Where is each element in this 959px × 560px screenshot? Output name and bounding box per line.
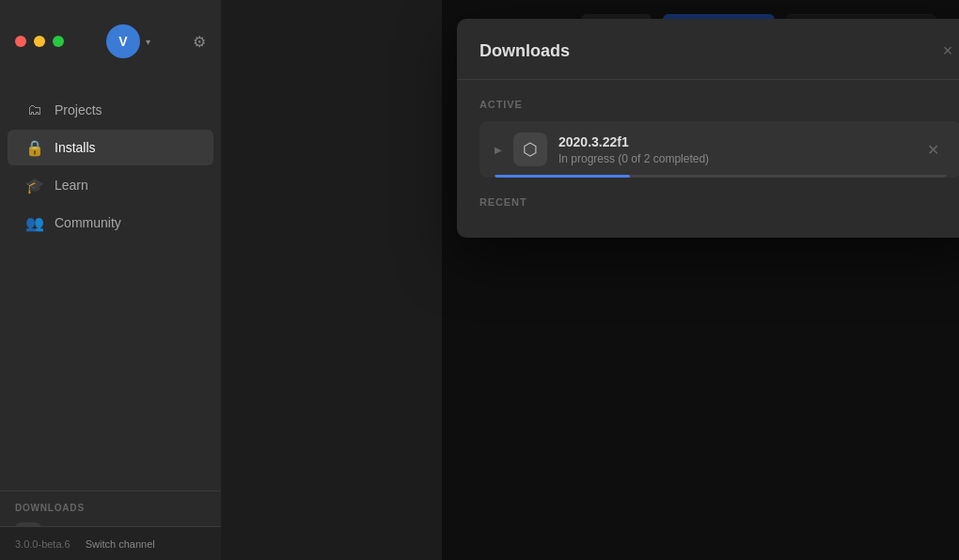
- active-download-progress-bar: [495, 175, 946, 178]
- modal-close-button[interactable]: ×: [935, 38, 959, 64]
- sidebar-item-label-projects: Projects: [55, 102, 102, 117]
- account-dropdown-arrow: ▾: [146, 37, 150, 47]
- sidebar-item-community[interactable]: 👥 Community: [8, 205, 213, 241]
- sidebar: V ▾ ⚙ 🗂 Projects 🔒 Installs 🎓 Learn 👥 Co…: [0, 0, 221, 560]
- modal-body: ACTIVE ▶ ⬡ 2020.3.22f1 In progress (0 of…: [457, 80, 959, 238]
- downloads-panel-label: DOWNLOADS: [15, 503, 206, 513]
- cancel-download-button[interactable]: ✕: [920, 136, 946, 163]
- switch-channel-button[interactable]: Switch channel: [86, 538, 155, 550]
- avatar: V: [106, 24, 140, 58]
- maximize-window-button[interactable]: [53, 36, 64, 47]
- sidebar-nav: 🗂 Projects 🔒 Installs 🎓 Learn 👥 Communit…: [0, 83, 221, 490]
- minimize-window-button[interactable]: [34, 36, 45, 47]
- modal-header: Downloads ×: [457, 19, 959, 80]
- sidebar-item-projects[interactable]: 🗂 Projects: [8, 92, 213, 128]
- active-download-progress-fill: [495, 175, 630, 178]
- expand-arrow-icon[interactable]: ▶: [495, 145, 502, 155]
- main-area: Locate Install Editor Downloads × ACTIVE…: [221, 0, 959, 560]
- traffic-lights: [15, 36, 64, 47]
- settings-button[interactable]: ⚙: [193, 33, 206, 51]
- downloads-modal: Downloads × ACTIVE ▶ ⬡ 2020.3.22f1 In pr…: [457, 19, 959, 238]
- version-text: 3.0.0-beta.6: [15, 538, 71, 550]
- sidebar-item-installs[interactable]: 🔒 Installs: [8, 130, 213, 165]
- close-window-button[interactable]: [15, 36, 26, 47]
- active-download-status: In progress (0 of 2 completed): [558, 152, 908, 165]
- sidebar-item-label-installs: Installs: [55, 140, 96, 155]
- recent-section-label: RECENT: [480, 196, 959, 208]
- account-area[interactable]: V ▾: [106, 24, 150, 58]
- modal-overlay: Downloads × ACTIVE ▶ ⬡ 2020.3.22f1 In pr…: [442, 0, 959, 560]
- projects-icon: 🗂: [26, 101, 43, 118]
- sidebar-item-label-community: Community: [55, 215, 121, 230]
- active-section-label: ACTIVE: [480, 99, 959, 110]
- active-download-name: 2020.3.22f1: [558, 134, 908, 149]
- bottom-bar: 3.0.0-beta.6 Switch channel: [0, 526, 221, 560]
- modal-title: Downloads: [480, 41, 570, 61]
- active-download-info: 2020.3.22f1 In progress (0 of 2 complete…: [558, 134, 908, 165]
- sidebar-header: V ▾ ⚙: [0, 0, 221, 83]
- active-download-item: ▶ ⬡ 2020.3.22f1 In progress (0 of 2 comp…: [480, 121, 959, 178]
- learn-icon: 🎓: [26, 177, 43, 194]
- community-icon: 👥: [26, 214, 43, 231]
- recent-section: RECENT: [480, 196, 959, 208]
- installs-icon: 🔒: [26, 139, 43, 156]
- sidebar-item-learn[interactable]: 🎓 Learn: [8, 167, 213, 203]
- active-pkg-icon: ⬡: [513, 132, 547, 166]
- sidebar-item-label-learn: Learn: [55, 178, 88, 193]
